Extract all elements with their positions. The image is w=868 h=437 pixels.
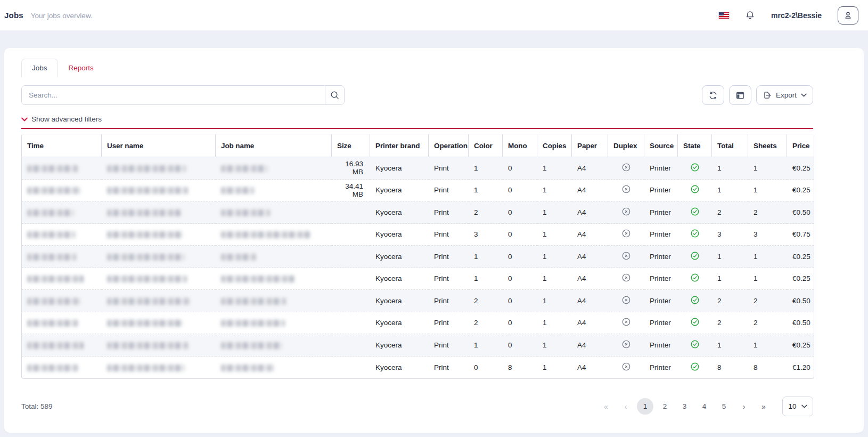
- cell-sheets: 2: [748, 312, 787, 335]
- check-circle-icon: [690, 317, 700, 327]
- table-row[interactable]: 34.41 MBKyoceraPrint101A4Printer11€0.25: [22, 180, 814, 202]
- cell-price: €0.25: [787, 246, 814, 268]
- columns-button[interactable]: [729, 85, 751, 105]
- cell-sheets: 1: [748, 157, 787, 180]
- refresh-button[interactable]: [702, 85, 724, 105]
- table-row[interactable]: KyoceraPrint101A4Printer11€0.25: [22, 334, 814, 357]
- column-header-color[interactable]: Color: [469, 134, 503, 157]
- column-header-price[interactable]: Price: [787, 134, 814, 157]
- cell-size: [332, 290, 370, 312]
- user-redacted-blob: [107, 365, 185, 371]
- cell-time-redacted: [22, 224, 102, 246]
- cell-size: [332, 334, 370, 357]
- cell-mono: 0: [503, 157, 537, 180]
- cell-printer-brand: Kyocera: [370, 290, 429, 312]
- refresh-icon: [708, 91, 718, 100]
- page-button-1[interactable]: 1: [637, 398, 653, 415]
- user-redacted-blob: [107, 165, 186, 172]
- column-header-user-name[interactable]: User name: [102, 134, 216, 157]
- time-redacted-blob: [27, 320, 78, 327]
- cell-total: 1: [712, 268, 748, 290]
- column-header-duplex[interactable]: Duplex: [608, 134, 644, 157]
- table-row[interactable]: KyoceraPrint081A4Printer88€1.20: [22, 357, 814, 379]
- job-redacted-blob: [221, 187, 254, 194]
- notifications-button[interactable]: [745, 10, 755, 20]
- page-button-4[interactable]: 4: [696, 398, 713, 415]
- cell-total: 1: [712, 157, 748, 180]
- cell-mono: 8: [503, 357, 537, 379]
- cell-total: 2: [712, 290, 748, 312]
- cell-source: Printer: [644, 246, 678, 268]
- language-flag-button[interactable]: [719, 12, 729, 19]
- last-page-button[interactable]: »: [755, 398, 772, 415]
- chevron-down-icon: [801, 404, 807, 408]
- cell-copies: 1: [537, 201, 572, 224]
- job-redacted-blob: [221, 342, 283, 349]
- page-number-list: 12345: [637, 398, 732, 415]
- search-group: [21, 85, 345, 105]
- cell-user-redacted: [102, 357, 216, 379]
- table-row[interactable]: KyoceraPrint101A4Printer11€0.25: [22, 246, 814, 268]
- cell-price: €0.50: [787, 312, 814, 335]
- cell-size: [332, 357, 370, 379]
- cell-paper: A4: [572, 201, 608, 224]
- job-redacted-blob: [221, 298, 286, 305]
- cell-size: [332, 268, 370, 290]
- table-row[interactable]: KyoceraPrint201A4Printer22€0.50: [22, 290, 814, 312]
- cell-duplex: [608, 246, 644, 268]
- export-button[interactable]: Export: [756, 85, 813, 105]
- table-row[interactable]: KyoceraPrint101A4Printer11€0.25: [22, 268, 814, 290]
- table-row[interactable]: KyoceraPrint201A4Printer22€0.50: [22, 312, 814, 335]
- search-button[interactable]: [325, 86, 344, 104]
- user-menu-button[interactable]: [838, 6, 858, 25]
- first-page-button[interactable]: «: [597, 398, 614, 415]
- column-header-size[interactable]: Size: [332, 134, 370, 157]
- column-header-mono[interactable]: Mono: [503, 134, 537, 157]
- next-page-button[interactable]: ›: [735, 398, 752, 415]
- advanced-filters-toggle[interactable]: Show advanced filters: [21, 115, 813, 123]
- tab-jobs[interactable]: Jobs: [21, 59, 58, 77]
- page-size-select[interactable]: 10: [782, 396, 813, 416]
- cell-operation: Print: [429, 357, 469, 379]
- table-row[interactable]: KyoceraPrint201A4Printer22€0.50: [22, 201, 814, 224]
- table-row[interactable]: 16.93 MBKyoceraPrint101A4Printer11€0.25: [22, 157, 814, 180]
- cell-duplex: [608, 157, 644, 180]
- total-label: Total:: [21, 402, 38, 410]
- page-button-2[interactable]: 2: [657, 398, 673, 415]
- cell-time-redacted: [22, 312, 102, 335]
- cell-job-redacted: [216, 180, 332, 202]
- cross-circle-icon: [621, 184, 631, 194]
- cell-paper: A4: [572, 180, 608, 202]
- chevron-down-icon: [801, 93, 807, 97]
- search-input[interactable]: [22, 86, 325, 104]
- cell-state: [678, 224, 712, 246]
- column-header-total[interactable]: Total: [712, 134, 748, 157]
- cell-color: 0: [469, 357, 503, 379]
- job-redacted-blob: [221, 165, 268, 172]
- cell-copies: 1: [537, 157, 572, 180]
- user-redacted-blob: [107, 342, 188, 349]
- cell-price: €0.75: [787, 224, 814, 246]
- column-header-operation[interactable]: Operation: [429, 134, 469, 157]
- column-header-sheets[interactable]: Sheets: [748, 134, 787, 157]
- cross-circle-icon: [621, 339, 631, 349]
- column-header-job-name[interactable]: Job name: [216, 134, 332, 157]
- cell-time-redacted: [22, 290, 102, 312]
- cell-total: 8: [712, 357, 748, 379]
- column-header-printer-brand[interactable]: Printer brand: [370, 134, 429, 157]
- column-header-source[interactable]: Source: [644, 134, 678, 157]
- prev-page-button[interactable]: ‹: [617, 398, 634, 415]
- column-header-time[interactable]: Time: [22, 134, 102, 157]
- column-header-paper[interactable]: Paper: [572, 134, 608, 157]
- page-button-3[interactable]: 3: [676, 398, 693, 415]
- cell-operation: Print: [429, 157, 469, 180]
- cell-price: €1.20: [787, 357, 814, 379]
- tab-reports[interactable]: Reports: [58, 59, 104, 77]
- column-header-copies[interactable]: Copies: [537, 134, 572, 157]
- cell-operation: Print: [429, 334, 469, 357]
- column-header-state[interactable]: State: [678, 134, 712, 157]
- page-button-5[interactable]: 5: [716, 398, 732, 415]
- user-redacted-blob: [107, 276, 187, 282]
- user-redacted-blob: [107, 209, 182, 216]
- table-row[interactable]: KyoceraPrint301A4Printer33€0.75: [22, 224, 814, 246]
